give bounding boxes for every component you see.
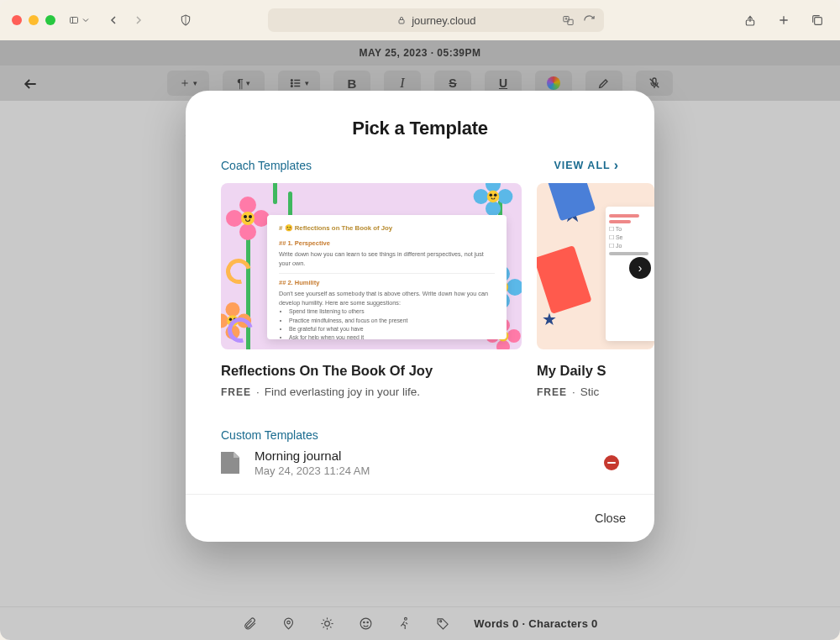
template-modal: Pick a Template Coach Templates VIEW ALL: [186, 91, 654, 542]
carousel-next-button[interactable]: ›: [629, 257, 651, 279]
tabs-icon[interactable]: [806, 9, 828, 31]
coach-templates-heading: Coach Templates: [221, 159, 312, 172]
minimize-window-icon[interactable]: [29, 15, 39, 25]
template-card-subtitle: FREE·Stic: [537, 386, 654, 398]
view-all-button[interactable]: VIEW ALL: [554, 158, 619, 173]
lock-icon: [396, 15, 407, 25]
template-preview-doc: Reflections on The Book of Joy ## 1. Per…: [267, 215, 507, 339]
share-icon[interactable]: [739, 9, 761, 31]
custom-template-row[interactable]: Morning journal May 24, 2023 11:24 AM: [221, 442, 619, 494]
template-card[interactable]: Reflections on The Book of Joy ## 1. Per…: [221, 183, 522, 398]
modal-overlay[interactable]: Pick a Template Coach Templates VIEW ALL: [0, 40, 840, 640]
svg-rect-8: [815, 18, 822, 25]
sidebar-toggle-button[interactable]: [69, 9, 91, 31]
url-host: journey.cloud: [412, 14, 475, 27]
document-icon: [221, 452, 239, 474]
close-window-icon[interactable]: [12, 15, 22, 25]
new-tab-icon[interactable]: [773, 9, 795, 31]
modal-title: Pick a Template: [186, 91, 654, 158]
template-card-subtitle: FREE·Find everlasting joy in your life.: [221, 386, 522, 398]
template-card-title: My Daily S: [537, 363, 654, 379]
nav-back-button[interactable]: [102, 9, 124, 31]
maximize-window-icon[interactable]: [45, 15, 55, 25]
template-thumbnail: Reflections on The Book of Joy ## 1. Per…: [221, 183, 522, 349]
delete-template-button[interactable]: [604, 455, 619, 470]
shield-icon[interactable]: [175, 9, 197, 31]
custom-template-date: May 24, 2023 11:24 AM: [255, 464, 589, 477]
template-card-title: Reflections On The Book Of Joy: [221, 363, 522, 379]
template-carousel: Reflections on The Book of Joy ## 1. Per…: [221, 183, 654, 398]
template-card[interactable]: ★ ★ ☐ To ☐ Se ☐ Jo: [537, 183, 654, 398]
browser-toolbar: journey.cloud: [0, 0, 840, 40]
window-controls: [12, 15, 55, 25]
svg-rect-2: [399, 20, 404, 24]
url-bar[interactable]: journey.cloud: [268, 8, 604, 32]
custom-template-name: Morning journal: [255, 449, 589, 463]
svg-rect-0: [71, 18, 78, 24]
nav-forward-button[interactable]: [128, 9, 150, 31]
translate-icon[interactable]: [562, 14, 575, 27]
refresh-icon[interactable]: [583, 14, 596, 27]
custom-templates-heading: Custom Templates: [221, 428, 619, 442]
close-button[interactable]: Close: [588, 508, 633, 528]
